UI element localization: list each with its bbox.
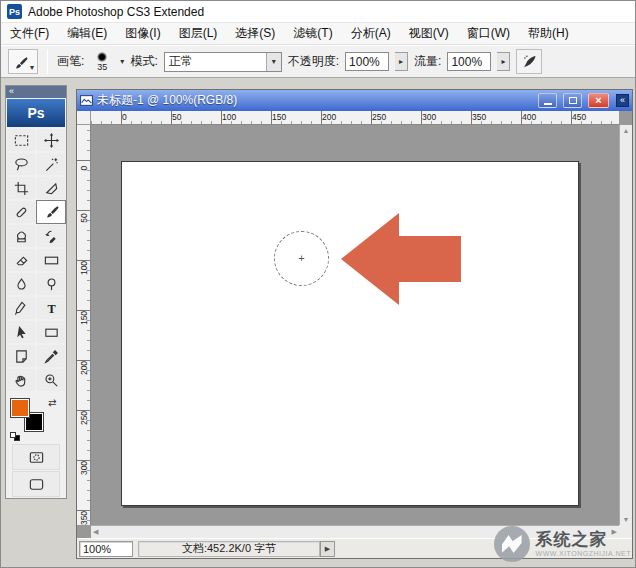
ruler-label: 150 — [79, 308, 89, 328]
app-title: Adobe Photoshop CS3 Extended — [28, 5, 204, 19]
dock-collapse-button[interactable]: « — [616, 94, 629, 107]
vertical-scrollbar[interactable]: ▲ ▼ — [619, 125, 632, 525]
toolbox-collapse-button[interactable]: « — [6, 86, 66, 98]
minimize-button[interactable] — [538, 93, 557, 108]
gradient-tool-button[interactable] — [36, 248, 66, 272]
dropdown-arrow-icon[interactable]: ▾ — [266, 53, 281, 71]
brush-icon — [43, 204, 60, 221]
brush-tool-button[interactable] — [36, 200, 66, 224]
zoom-level-input[interactable]: 100% — [79, 541, 133, 557]
scroll-up-icon[interactable]: ▲ — [623, 127, 630, 134]
menu-window[interactable]: 窗口(W) — [458, 23, 519, 44]
magic-wand-tool-button[interactable] — [36, 152, 66, 176]
ruler-label: 50 — [172, 112, 181, 122]
ruler-label: 250 — [372, 112, 386, 122]
xitongzhijia-logo-icon — [494, 526, 530, 562]
blend-mode-value: 正常 — [165, 53, 266, 71]
blur-tool-button[interactable] — [6, 272, 36, 296]
watermark-title: 系统之家 — [536, 531, 631, 550]
swap-colors-icon[interactable]: ⇄ — [48, 397, 56, 408]
status-options-button[interactable]: ▶ — [320, 541, 335, 557]
zoom-icon — [43, 372, 60, 389]
ruler-label: 450 — [572, 112, 586, 122]
shape-tool-button[interactable] — [36, 320, 66, 344]
opacity-value: 100% — [349, 55, 380, 69]
menu-edit[interactable]: 编辑(E) — [58, 23, 116, 44]
left-arrow-shape — [341, 213, 461, 305]
flow-slider-button[interactable]: ▸ — [497, 52, 510, 71]
screen-mode-icon — [28, 476, 45, 493]
screen-mode-button[interactable] — [12, 471, 60, 497]
ruler-label: 0 — [79, 158, 89, 178]
menu-layer[interactable]: 图层(L) — [170, 23, 227, 44]
opacity-label: 不透明度: — [288, 53, 339, 70]
watermark-subtitle: WWW.XITONGZHIJIA.NET — [536, 550, 631, 557]
brush-preset-picker[interactable]: 35 — [90, 52, 114, 72]
type-tool-button[interactable]: T — [36, 296, 66, 320]
menu-image[interactable]: 图像(I) — [116, 23, 169, 44]
healing-brush-tool-button[interactable] — [6, 200, 36, 224]
opacity-input[interactable]: 100% — [345, 52, 389, 71]
crop-tool-button[interactable] — [6, 176, 36, 200]
flow-label: 流量: — [414, 53, 441, 70]
eraser-tool-button[interactable] — [6, 248, 36, 272]
eyedropper-icon — [43, 348, 60, 365]
ruler-label: 100 — [222, 112, 236, 122]
brush-tip-preview-icon — [97, 52, 107, 62]
menu-bar: 文件(F) 编辑(E) 图像(I) 图层(L) 选择(S) 滤镜(T) 分析(A… — [1, 23, 635, 45]
tool-preset-picker[interactable]: ▾ — [8, 49, 38, 74]
menu-file[interactable]: 文件(F) — [1, 23, 58, 44]
rectangular-marquee-tool-button[interactable] — [6, 128, 36, 152]
document-size-info[interactable]: 文档:452.2K/0 字节 — [138, 541, 320, 557]
eyedropper-tool-button[interactable] — [36, 344, 66, 368]
hand-tool-button[interactable] — [6, 368, 36, 392]
watermark: 系统之家 WWW.XITONGZHIJIA.NET — [494, 526, 631, 562]
chevron-down-icon[interactable]: ▾ — [120, 57, 124, 66]
ruler-label: 0 — [122, 112, 127, 122]
menu-analysis[interactable]: 分析(A) — [342, 23, 400, 44]
dodge-tool-button[interactable] — [36, 272, 66, 296]
notes-icon — [13, 348, 30, 365]
magic-wand-icon — [43, 156, 60, 173]
scroll-down-icon[interactable]: ▼ — [623, 516, 630, 523]
canvas[interactable]: + — [121, 161, 579, 506]
path-selection-tool-button[interactable] — [6, 320, 36, 344]
airbrush-icon — [521, 53, 538, 70]
flow-input[interactable]: 100% — [447, 52, 491, 71]
tool-options-bar: ▾ 画笔: 35 ▾ 模式: 正常 ▾ 不透明度: 100% ▸ 流量: 100… — [1, 45, 635, 78]
foreground-color-swatch[interactable] — [10, 398, 30, 418]
menu-help[interactable]: 帮助(H) — [519, 23, 578, 44]
scroll-left-icon[interactable]: ◀ — [93, 528, 98, 536]
vertical-ruler[interactable]: 0 50 100 150 200 250 300 350 — [77, 125, 91, 525]
slice-tool-button[interactable] — [36, 176, 66, 200]
history-brush-tool-button[interactable] — [36, 224, 66, 248]
ruler-label: 50 — [79, 208, 89, 228]
blend-mode-select[interactable]: 正常 ▾ — [164, 52, 282, 72]
quick-mask-button[interactable] — [12, 444, 60, 470]
opacity-slider-button[interactable]: ▸ — [395, 52, 408, 71]
default-colors-icon[interactable] — [10, 432, 22, 442]
menu-select[interactable]: 选择(S) — [226, 23, 284, 44]
zoom-tool-button[interactable] — [36, 368, 66, 392]
tool-buttons-grid: T — [6, 128, 66, 392]
close-button[interactable]: × — [588, 93, 609, 108]
lasso-icon — [13, 156, 30, 173]
menu-view[interactable]: 视图(V) — [400, 23, 458, 44]
ruler-origin-corner[interactable] — [77, 111, 91, 125]
notes-tool-button[interactable] — [6, 344, 36, 368]
flow-value: 100% — [451, 55, 482, 69]
ruler-label: 300 — [422, 112, 436, 122]
horizontal-ruler[interactable]: 0 50 100 150 200 250 300 350 400 450 — [91, 111, 619, 125]
lasso-tool-button[interactable] — [6, 152, 36, 176]
restore-button[interactable] — [563, 93, 582, 108]
airbrush-button[interactable] — [516, 49, 542, 74]
clone-stamp-tool-button[interactable] — [6, 224, 36, 248]
document-titlebar[interactable]: 未标题-1 @ 100%(RGB/8) × « — [77, 90, 632, 111]
restore-icon — [569, 97, 577, 104]
ps-logo-badge: Ps — [7, 99, 65, 127]
move-tool-button[interactable] — [36, 128, 66, 152]
menu-filter[interactable]: 滤镜(T) — [284, 23, 341, 44]
eraser-icon — [13, 252, 30, 269]
rectangular-marquee-icon — [13, 132, 30, 149]
pen-tool-button[interactable] — [6, 296, 36, 320]
